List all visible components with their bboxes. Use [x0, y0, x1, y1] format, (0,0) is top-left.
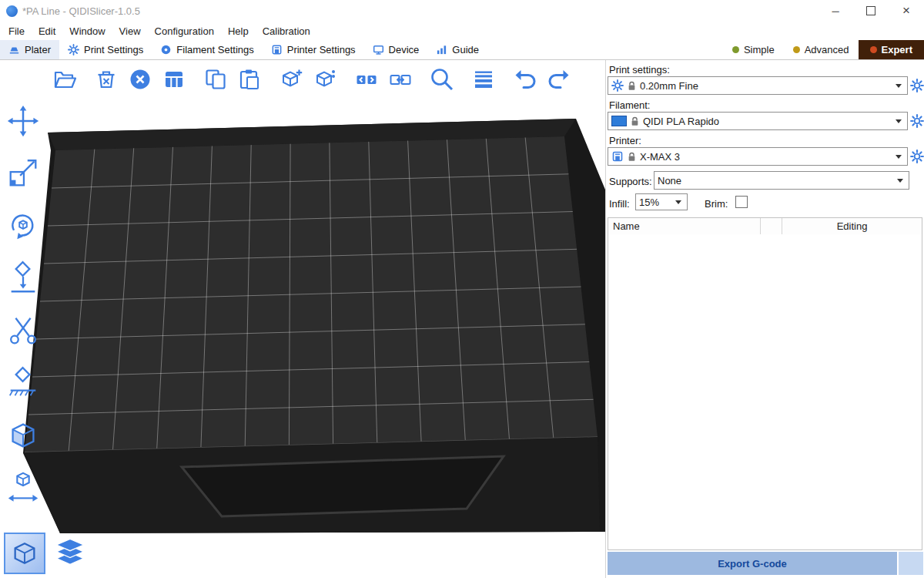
- editor-view-button[interactable]: [4, 533, 45, 574]
- mid-column-header[interactable]: [761, 218, 782, 234]
- delete-all-icon: [128, 67, 152, 92]
- menu-help[interactable]: Help: [221, 25, 256, 37]
- infill-dropdown[interactable]: 15%: [635, 193, 688, 210]
- maximize-icon: [866, 6, 875, 15]
- printer-settings-icon: [271, 44, 283, 55]
- supports-dropdown[interactable]: None: [654, 171, 909, 190]
- export-options-button[interactable]: [899, 552, 923, 575]
- rotate-icon: [5, 208, 41, 244]
- tab-label: Plater: [25, 44, 51, 55]
- dropdown-caret-icon: [897, 179, 903, 183]
- place-on-face-tool-button[interactable]: [2, 257, 44, 299]
- close-button[interactable]: ×: [889, 0, 924, 22]
- menu-view[interactable]: View: [112, 25, 148, 37]
- brim-checkbox[interactable]: [735, 196, 748, 208]
- filament-combo[interactable]: QIDI PLA Rapido: [608, 112, 908, 130]
- paste-button[interactable]: [234, 64, 265, 95]
- tab-print-settings[interactable]: Print Settings: [59, 40, 152, 59]
- menu-configuration[interactable]: Configuration: [148, 25, 221, 37]
- editor-cube-icon: [10, 539, 39, 568]
- minimize-button[interactable]: ─: [818, 0, 853, 22]
- brim-label: Brim:: [705, 198, 728, 210]
- support-paint-icon: [5, 365, 41, 401]
- export-gcode-button[interactable]: Export G-code: [608, 552, 897, 575]
- view-switch: [4, 533, 91, 574]
- copy-button[interactable]: [200, 64, 231, 95]
- mode-expert[interactable]: Expert: [859, 40, 924, 59]
- copy-icon: [203, 67, 228, 92]
- tab-filament-settings[interactable]: Filament Settings: [152, 40, 262, 59]
- object-list-body[interactable]: [608, 234, 922, 549]
- rotate-tool-button[interactable]: [2, 205, 44, 247]
- support-paint-tool-button[interactable]: [2, 362, 44, 404]
- editing-column-header[interactable]: Editing: [782, 218, 922, 234]
- move-tool-button[interactable]: [2, 100, 44, 142]
- menu-calibration[interactable]: Calibration: [256, 25, 317, 37]
- left-toolbar: [2, 100, 44, 509]
- split-objects-button[interactable]: [351, 64, 382, 95]
- measure-icon: [5, 470, 41, 506]
- split-parts-icon: [388, 67, 413, 92]
- search-button[interactable]: [427, 64, 457, 95]
- scissors-icon: [5, 313, 41, 348]
- variable-layer-height-button[interactable]: [468, 64, 499, 95]
- measure-tool-button[interactable]: [2, 467, 44, 509]
- redo-button[interactable]: [544, 64, 574, 95]
- gear-icon: [611, 79, 624, 92]
- gear-icon: [910, 114, 924, 128]
- seam-paint-tool-button[interactable]: [2, 415, 44, 456]
- delete-button[interactable]: [91, 64, 122, 95]
- remove-instance-button[interactable]: [310, 64, 340, 95]
- cut-tool-button[interactable]: [2, 310, 44, 351]
- viewport-3d[interactable]: [0, 60, 605, 578]
- printer-value: X-MAX 3: [640, 151, 680, 163]
- split-objects-icon: [354, 67, 379, 92]
- title-bar[interactable]: *PA Line - QIDISlicer-1.0.5 ─ ×: [0, 0, 924, 22]
- gear-icon: [910, 150, 924, 163]
- menu-bar: File Edit Window View Configuration Help…: [0, 22, 924, 40]
- printer-label: Printer:: [609, 135, 641, 146]
- preview-view-button[interactable]: [49, 533, 91, 574]
- split-parts-button[interactable]: [385, 64, 416, 95]
- delete-all-button[interactable]: [125, 64, 156, 95]
- menu-edit[interactable]: Edit: [32, 25, 62, 37]
- print-settings-gear-button[interactable]: [909, 78, 924, 93]
- arrange-button[interactable]: [159, 64, 189, 95]
- tab-plater[interactable]: Plater: [0, 40, 59, 59]
- printer-gear-button[interactable]: [909, 149, 924, 164]
- tab-guide[interactable]: Guide: [427, 40, 487, 59]
- tab-printer-settings[interactable]: Printer Settings: [263, 40, 364, 59]
- menu-window[interactable]: Window: [62, 25, 112, 37]
- name-column-header[interactable]: Name: [608, 218, 761, 234]
- menu-file[interactable]: File: [2, 25, 32, 37]
- undo-button[interactable]: [510, 64, 541, 95]
- window-title: *PA Line - QIDISlicer-1.0.5: [22, 5, 140, 17]
- tab-device[interactable]: Device: [364, 40, 428, 59]
- maximize-button[interactable]: [853, 0, 889, 22]
- trash-icon: [94, 67, 119, 92]
- app-window: *PA Line - QIDISlicer-1.0.5 ─ × File Edi…: [0, 0, 924, 578]
- filament-color-swatch: [611, 116, 627, 126]
- filament-gear-button[interactable]: [909, 113, 924, 129]
- move-icon: [5, 103, 41, 139]
- mode-simple[interactable]: Simple: [723, 40, 784, 59]
- app-logo-icon: [6, 5, 18, 17]
- scale-icon: [5, 156, 41, 191]
- place-on-face-icon: [5, 260, 41, 296]
- main-area: Print settings: 0.20mm Fine Filament: QI…: [0, 60, 924, 578]
- gear-icon: [910, 79, 924, 92]
- print-settings-combo[interactable]: 0.20mm Fine: [608, 76, 908, 95]
- print-settings-label: Print settings:: [609, 64, 670, 76]
- scale-tool-button[interactable]: [2, 153, 44, 194]
- sidebar: Print settings: 0.20mm Fine Filament: QI…: [605, 60, 924, 578]
- mode-advanced[interactable]: Advanced: [784, 40, 859, 59]
- expert-mode-dot-icon: [870, 46, 877, 53]
- guide-icon: [436, 44, 447, 55]
- open-button[interactable]: [49, 64, 80, 95]
- printer-combo[interactable]: X-MAX 3: [608, 147, 908, 166]
- tab-bar: Plater Print Settings Filament Settings …: [0, 40, 924, 60]
- printer-icon: [611, 150, 624, 163]
- dropdown-caret-icon: [675, 200, 681, 204]
- object-list-header: Name Editing: [608, 218, 922, 235]
- add-instance-button[interactable]: [276, 64, 306, 95]
